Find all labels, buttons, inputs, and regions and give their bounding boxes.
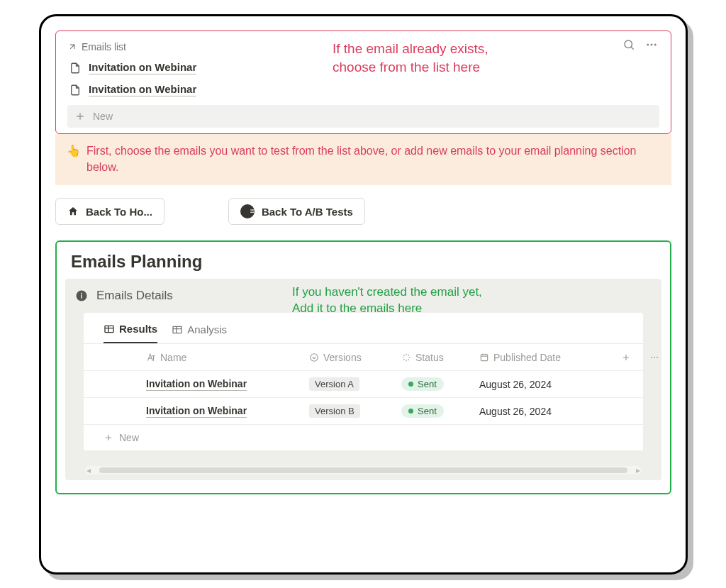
row-name: Invitation on Webinar <box>146 378 247 391</box>
page-icon <box>69 84 82 96</box>
scroll-left-icon[interactable]: ◂ <box>86 465 91 475</box>
new-list-item[interactable]: New <box>67 105 659 128</box>
list-item-label: Invitation on Webinar <box>89 83 196 96</box>
row-date: August 26, 2024 <box>479 406 621 417</box>
svg-point-11 <box>651 357 652 358</box>
calendar-icon <box>479 353 489 362</box>
col-status[interactable]: Status <box>401 352 479 363</box>
svg-point-9 <box>311 354 318 362</box>
table-more-button[interactable] <box>649 353 678 362</box>
col-versions[interactable]: Versions <box>309 352 401 363</box>
app-card: Emails list Invitation on Webinar Invita… <box>39 14 688 575</box>
arrow-up-right-icon <box>67 42 77 52</box>
back-home-button[interactable]: Back To Ho... <box>55 198 164 225</box>
col-published[interactable]: Published Date <box>479 352 621 363</box>
more-icon[interactable] <box>645 38 658 54</box>
table-row[interactable]: Invitation on Webinar Version B Sent Aug… <box>84 398 643 425</box>
info-icon <box>75 289 88 302</box>
version-pill: Version B <box>309 404 360 418</box>
svg-point-3 <box>654 44 657 46</box>
emails-list-title: Emails list <box>82 41 126 52</box>
new-label: New <box>93 111 113 122</box>
new-table-row[interactable]: New <box>84 425 643 450</box>
table-header-row: Name Versions Status Published Date <box>84 344 643 371</box>
green-annotation: If you haven't created the email yet, Ad… <box>292 284 482 317</box>
pointing-up-icon: 👆 <box>67 143 81 175</box>
status-pill: Sent <box>401 377 444 391</box>
add-column-button[interactable] <box>621 353 649 362</box>
back-home-label: Back To Ho... <box>86 206 152 218</box>
table-row[interactable]: Invitation on Webinar Version A Sent Aug… <box>84 371 643 398</box>
plus-icon <box>104 433 113 443</box>
more-icon <box>649 353 659 362</box>
home-icon <box>67 206 79 217</box>
plus-icon <box>74 111 86 122</box>
callout-banner: 👆 First, choose the emails you want to t… <box>55 134 671 185</box>
list-header-actions <box>622 38 658 54</box>
status-icon <box>401 353 411 362</box>
emails-list-section: Emails list Invitation on Webinar Invita… <box>55 30 671 134</box>
svg-rect-8 <box>173 326 182 333</box>
version-pill: Version A <box>309 377 359 391</box>
back-ab-label: Back To A/B Tests <box>262 206 353 218</box>
text-icon <box>146 353 156 362</box>
page-icon <box>69 62 82 74</box>
col-name[interactable]: Name <box>146 352 309 363</box>
planning-title: Emails Planning <box>57 250 670 279</box>
svg-rect-10 <box>481 355 487 361</box>
list-item-label: Invitation on Webinar <box>89 61 196 74</box>
scrollbar-thumb[interactable] <box>99 467 627 473</box>
svg-point-13 <box>657 357 658 358</box>
tab-analysis[interactable]: Analysis <box>172 323 227 343</box>
callout-text: First, choose the emails you want to tes… <box>86 143 660 175</box>
view-tabs: Results Analysis <box>84 323 643 344</box>
svg-rect-5 <box>81 295 82 299</box>
nav-buttons-row: Back To Ho... ≡ Back To A/B Tests <box>41 185 686 238</box>
svg-rect-7 <box>105 326 113 332</box>
svg-point-6 <box>81 293 82 294</box>
scroll-right-icon[interactable]: ▸ <box>636 465 640 475</box>
filter-circle-icon: ≡ <box>240 204 255 218</box>
plus-icon <box>621 353 631 362</box>
back-ab-button[interactable]: ≡ Back To A/B Tests <box>228 198 365 225</box>
row-name: Invitation on Webinar <box>146 405 247 418</box>
table-icon <box>172 324 183 335</box>
tab-results[interactable]: Results <box>104 323 157 343</box>
details-bar: Emails Details If you haven't created th… <box>65 279 661 480</box>
emails-planning-section: Emails Planning Emails Details If you ha… <box>55 240 671 494</box>
details-body: Results Analysis Name <box>84 313 643 450</box>
red-annotation: If the email already exists, choose from… <box>333 40 488 76</box>
svg-point-12 <box>654 357 655 358</box>
details-title: Emails Details <box>96 289 173 303</box>
svg-point-0 <box>625 40 632 48</box>
chevron-down-circle-icon <box>309 353 319 362</box>
row-date: August 26, 2024 <box>479 379 621 390</box>
svg-point-1 <box>647 44 649 46</box>
table-icon <box>104 323 115 335</box>
svg-point-2 <box>651 44 653 46</box>
horizontal-scrollbar[interactable]: ◂ ▸ <box>85 466 642 475</box>
search-icon[interactable] <box>622 38 635 54</box>
emails-table: Name Versions Status Published Date <box>84 344 643 450</box>
status-pill: Sent <box>401 404 444 418</box>
list-item[interactable]: Invitation on Webinar <box>67 79 659 101</box>
